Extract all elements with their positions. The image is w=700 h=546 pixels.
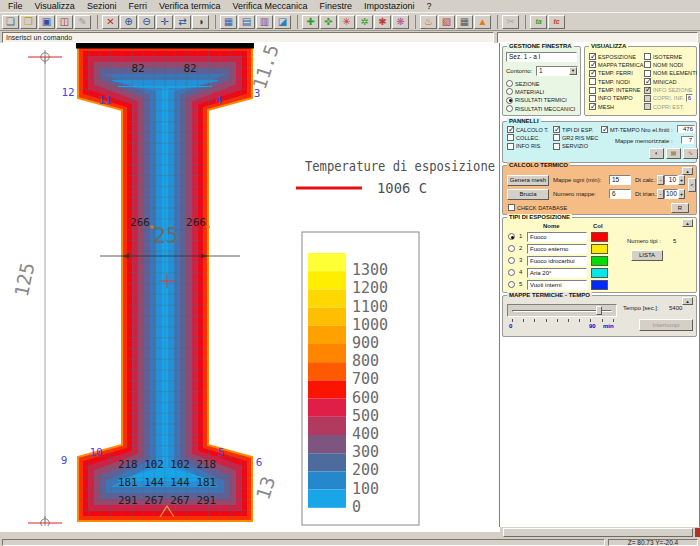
brucia-button[interactable]: Brucia: [507, 189, 549, 200]
menu-sezioni[interactable]: Sezioni: [81, 0, 123, 12]
add-node-button[interactable]: ✚: [302, 15, 319, 29]
edit-nodes-button[interactable]: ✳: [338, 15, 355, 29]
risultati-meccanici-radio[interactable]: [506, 105, 513, 112]
info-sezione-checkbox[interactable]: [644, 87, 651, 94]
add-element-button[interactable]: ✜: [320, 15, 337, 29]
exposure-color-swatch[interactable]: [591, 244, 608, 254]
regen-view-button[interactable]: ⇄: [174, 15, 191, 29]
command-input[interactable]: Inserisci un comando: [2, 32, 494, 43]
check-database-checkbox[interactable]: [508, 204, 515, 211]
mt-tempo-checkbox[interactable]: [601, 126, 608, 133]
exposure-color-swatch[interactable]: [591, 268, 608, 278]
zoom-in-button[interactable]: ⊕: [120, 15, 137, 29]
table-nodes-button[interactable]: ▦: [220, 15, 237, 29]
dt-calc-minus-button[interactable]: -: [657, 175, 664, 185]
collec--checkbox[interactable]: [507, 134, 514, 141]
edit-pencil-button[interactable]: ✎: [74, 15, 91, 29]
tc-temp-button[interactable]: tc: [548, 15, 565, 29]
slider-handle[interactable]: [596, 306, 602, 315]
fire-button[interactable]: ▲: [474, 15, 491, 29]
pan-button[interactable]: ✛: [156, 15, 173, 29]
collapse-icon[interactable]: ▴: [682, 297, 693, 305]
info-ris--checkbox[interactable]: [507, 143, 514, 150]
zoom-out-button[interactable]: ⊖: [138, 15, 155, 29]
numero-mappe-input[interactable]: 6: [609, 189, 631, 199]
menu-visualizza[interactable]: Visualizza: [29, 0, 81, 12]
tipi-di-esp--checkbox[interactable]: [553, 126, 560, 133]
resize-grip[interactable]: [695, 528, 700, 537]
menu-file[interactable]: File: [2, 0, 29, 12]
results-table-button[interactable]: ▦: [456, 15, 473, 29]
export-map-button[interactable]: ▤: [666, 148, 681, 159]
interrompi-button[interactable]: Interrompi: [639, 319, 693, 331]
option-value[interactable]: 6: [686, 94, 693, 102]
collapse-icon[interactable]: ▴: [682, 219, 693, 227]
menu--[interactable]: ?: [421, 0, 438, 12]
temp-ferri-checkbox[interactable]: [589, 70, 596, 77]
expand-button[interactable]: <: [688, 178, 696, 192]
save-all-button[interactable]: ◫: [56, 15, 73, 29]
exposure-color-swatch[interactable]: [591, 232, 608, 242]
risultati-termici-radio[interactable]: [506, 97, 513, 104]
menu-verifica-termica[interactable]: Verifica termica: [153, 0, 227, 12]
chart-button[interactable]: ∿: [683, 148, 698, 159]
new-file-button[interactable]: ❏: [2, 15, 19, 29]
drawing-canvas[interactable]: 2511.512513121143910568282266266218 102 …: [0, 43, 500, 527]
mesh-checkbox[interactable]: [589, 103, 596, 110]
menu-verifica-meccanica[interactable]: Verifica Meccanica: [226, 0, 313, 12]
exposure-type-name[interactable]: Vuoti interni: [527, 280, 587, 290]
genera-mesh-button[interactable]: Genera mesh: [507, 175, 549, 186]
temp-interne-checkbox[interactable]: [589, 87, 596, 94]
dt-trian-minus-button[interactable]: -: [657, 189, 664, 199]
copri-est--checkbox[interactable]: [644, 103, 651, 110]
r-button[interactable]: R: [671, 203, 689, 213]
delete-node-button[interactable]: ✱: [374, 15, 391, 29]
dt-calc-plus-button[interactable]: +: [678, 175, 685, 185]
thermal-report-button[interactable]: ▧: [438, 15, 455, 29]
lista-button[interactable]: LISTA: [631, 250, 663, 261]
mappe-ogni-input[interactable]: 15: [609, 175, 631, 185]
exposure-type-radio-4[interactable]: [508, 269, 515, 276]
exposure-color-swatch[interactable]: [591, 280, 608, 290]
materiali-radio[interactable]: [506, 88, 513, 95]
open-folder-button[interactable]: ❐: [20, 15, 37, 29]
exposure-type-radio-1[interactable]: [508, 233, 515, 240]
move-node-button[interactable]: ✲: [356, 15, 373, 29]
dt-trian-value[interactable]: 100: [664, 189, 678, 199]
menu-impostazioni[interactable]: Impostazioni: [358, 0, 421, 12]
table-elements-button[interactable]: ▤: [238, 15, 255, 29]
exposure-type-radio-2[interactable]: [508, 245, 515, 252]
delete-selection-button[interactable]: ✕: [102, 15, 119, 29]
exposure-type-name[interactable]: Fuoco esterno: [527, 244, 587, 254]
temp-nodi-checkbox[interactable]: [589, 78, 596, 85]
render-map-button[interactable]: ◐: [649, 148, 664, 159]
calcolo-t--checkbox[interactable]: [507, 126, 514, 133]
thermal-analysis-button[interactable]: ♨: [420, 15, 437, 29]
nomi-nodi-checkbox[interactable]: [644, 61, 651, 68]
isoterme-checkbox[interactable]: [644, 53, 651, 60]
copri-inf--checkbox[interactable]: [644, 95, 651, 102]
servizio-checkbox[interactable]: [553, 143, 560, 150]
menu-finestre[interactable]: Finestre: [313, 0, 358, 12]
time-slider[interactable]: [507, 304, 617, 317]
renumber-button[interactable]: ❋: [392, 15, 409, 29]
table-mesh-button[interactable]: ▥: [256, 15, 273, 29]
gr2-ris-mec-checkbox[interactable]: [553, 134, 560, 141]
ta-temp-button[interactable]: ta: [530, 15, 547, 29]
exposure-type-radio-5[interactable]: [508, 281, 515, 288]
sezione-radio[interactable]: [506, 80, 513, 87]
contorno-dropdown-icon[interactable]: ▼: [569, 67, 577, 75]
dt-trian-plus-button[interactable]: +: [678, 189, 685, 199]
exposure-type-name[interactable]: Aria 20°: [527, 268, 587, 278]
exposure-type-name[interactable]: Fuoco: [527, 232, 587, 242]
shading-button[interactable]: ◑: [192, 15, 209, 29]
exposure-type-radio-3[interactable]: [508, 257, 515, 264]
exposure-type-name[interactable]: Fuoco idrocarbui: [527, 256, 587, 266]
collapse-icon[interactable]: ▴: [682, 167, 693, 175]
menu-ferri[interactable]: Ferri: [122, 0, 153, 12]
save-button[interactable]: ▣: [38, 15, 55, 29]
section-selector-input[interactable]: Sez. 1 - a I: [506, 52, 577, 62]
import-mesh-button[interactable]: ◪: [274, 15, 291, 29]
dt-calc-value[interactable]: 10: [664, 175, 678, 185]
exposure-color-swatch[interactable]: [591, 256, 608, 266]
